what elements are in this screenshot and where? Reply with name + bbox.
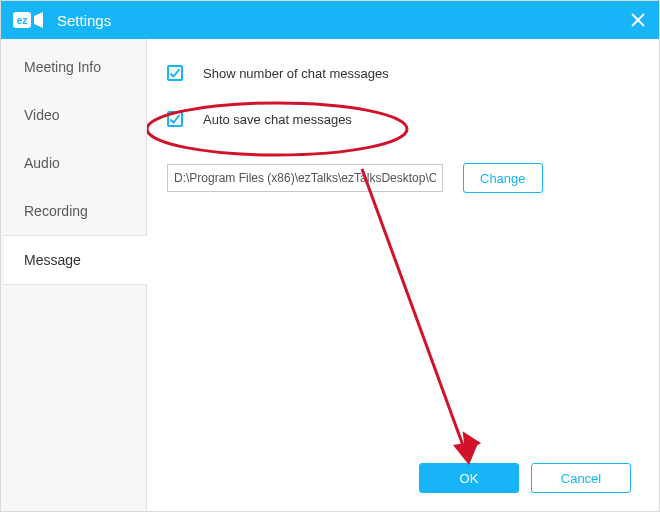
annotation-arrow-head-icon [453,441,479,465]
sidebar: Meeting Info Video Audio Recording Messa… [1,39,147,511]
option-label: Show number of chat messages [203,66,389,81]
close-icon [631,13,645,27]
sidebar-item-label: Meeting Info [24,59,101,75]
option-show-number: Show number of chat messages [167,65,631,81]
ok-button[interactable]: OK [419,463,519,493]
sidebar-item-label: Video [24,107,60,123]
window-title: Settings [57,12,111,29]
save-path-input[interactable] [167,164,443,192]
sidebar-item-audio[interactable]: Audio [1,139,146,187]
svg-text:ez: ez [17,15,28,26]
checkmark-icon [169,113,181,125]
sidebar-item-label: Message [24,252,81,268]
save-path-row: Change [167,163,631,193]
close-button[interactable] [631,1,645,39]
main-area: Meeting Info Video Audio Recording Messa… [1,39,659,511]
sidebar-item-meeting-info[interactable]: Meeting Info [1,43,146,91]
sidebar-item-recording[interactable]: Recording [1,187,146,235]
sidebar-item-label: Recording [24,203,88,219]
change-button[interactable]: Change [463,163,543,193]
titlebar: ez Settings [1,1,659,39]
option-label: Auto save chat messages [203,112,352,127]
content-panel: Show number of chat messages Auto save c… [147,39,659,511]
cancel-button[interactable]: Cancel [531,463,631,493]
annotation-arrow-head-icon [454,430,481,456]
checkbox-auto-save[interactable] [167,111,183,127]
checkmark-icon [169,67,181,79]
app-logo-icon: ez [13,10,47,30]
sidebar-item-label: Audio [24,155,60,171]
sidebar-item-message[interactable]: Message [1,235,147,285]
option-auto-save: Auto save chat messages [167,111,631,127]
annotation-arrow-line-icon [362,169,465,451]
annotation-overlay [147,39,660,512]
sidebar-item-video[interactable]: Video [1,91,146,139]
footer-buttons: OK Cancel [407,463,631,493]
checkbox-show-number[interactable] [167,65,183,81]
